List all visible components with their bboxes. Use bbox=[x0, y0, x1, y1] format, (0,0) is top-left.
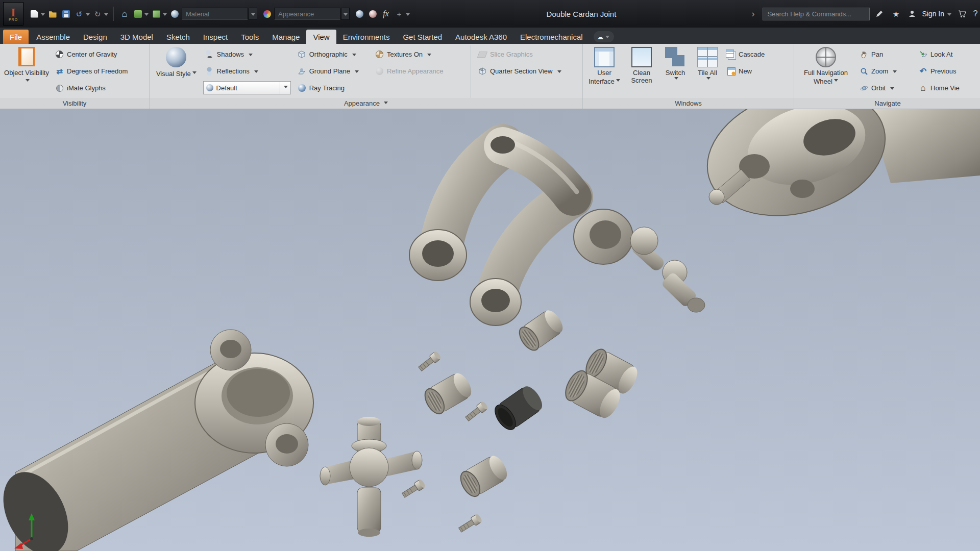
tab-get-started[interactable]: Get Started bbox=[396, 30, 449, 44]
tab-manage[interactable]: Manage bbox=[265, 30, 306, 44]
chevron-down-icon[interactable] bbox=[893, 70, 897, 75]
undo-button[interactable]: ↺ bbox=[72, 7, 86, 20]
full-navigation-wheel-button[interactable]: Full Navigation Wheel bbox=[797, 45, 854, 98]
tab-electromechanical[interactable]: Electromechanical bbox=[513, 30, 590, 44]
chevron-down-icon[interactable] bbox=[249, 54, 253, 58]
textures-on-button[interactable]: Textures On bbox=[373, 46, 465, 63]
material-ball-button[interactable] bbox=[260, 7, 274, 20]
chevron-down-icon[interactable] bbox=[834, 79, 838, 84]
viewport-3d-canvas[interactable] bbox=[0, 109, 980, 551]
appearance-combo[interactable]: Appearance bbox=[274, 8, 340, 20]
chevron-down-icon[interactable] bbox=[947, 13, 951, 18]
shadows-button[interactable]: Shadows bbox=[203, 46, 292, 63]
ground-plane-button[interactable]: Ground Plane bbox=[296, 63, 370, 80]
tab-autodesk-a360[interactable]: Autodesk A360 bbox=[449, 30, 513, 44]
material-combo-dropdown[interactable] bbox=[249, 8, 257, 20]
chevron-down-icon[interactable] bbox=[355, 70, 359, 75]
save-button[interactable] bbox=[59, 7, 72, 20]
tab-assemble[interactable]: Assemble bbox=[30, 30, 77, 44]
group-label-appearance[interactable]: Appearance bbox=[150, 98, 582, 109]
component-button[interactable] bbox=[150, 7, 163, 20]
user-interface-button[interactable]: User Interface bbox=[586, 45, 623, 98]
inventor-logo[interactable]: I PRO bbox=[3, 2, 23, 26]
visual-style-button[interactable]: Visual Style bbox=[153, 45, 200, 98]
look-at-button[interactable]: Look At bbox=[917, 46, 978, 63]
chevron-down-icon[interactable] bbox=[352, 54, 356, 58]
chevron-down-icon[interactable] bbox=[41, 13, 45, 18]
chevron-down-icon[interactable] bbox=[674, 77, 678, 82]
redo-button[interactable]: ↻ bbox=[91, 7, 104, 20]
chevron-down-icon[interactable] bbox=[427, 54, 431, 58]
ray-tracing-button[interactable]: Ray Tracing bbox=[296, 80, 370, 96]
titlebar-right-cluster: › ★ Sign In ? bbox=[746, 0, 980, 28]
appearance-combo-dropdown[interactable] bbox=[341, 8, 350, 20]
degrees-of-freedom-button[interactable]: ⇄ Degrees of Freedom bbox=[53, 63, 130, 80]
chevron-down-icon[interactable] bbox=[163, 13, 167, 18]
chevron-down-icon[interactable] bbox=[254, 70, 258, 75]
chevron-down-icon[interactable] bbox=[890, 87, 894, 92]
group-label-navigate[interactable]: Navigate bbox=[794, 98, 980, 109]
group-label-visibility[interactable]: Visibility bbox=[0, 98, 149, 109]
material-combo[interactable]: Material bbox=[182, 8, 248, 20]
chevron-down-icon[interactable] bbox=[557, 70, 561, 75]
chevron-down-icon[interactable] bbox=[104, 13, 108, 18]
orbit-button[interactable]: Orbit bbox=[857, 80, 914, 96]
degrees-of-freedom-icon: ⇄ bbox=[55, 67, 64, 76]
group-label-windows[interactable]: Windows bbox=[583, 98, 794, 109]
cascade-button[interactable]: Cascade bbox=[725, 46, 781, 63]
cascade-icon bbox=[727, 50, 736, 59]
home-view-ribbon-button[interactable]: ⌂ Home Vie bbox=[917, 80, 978, 96]
render-button[interactable] bbox=[131, 7, 144, 20]
new-window-button[interactable]: New bbox=[725, 63, 781, 80]
visual-style-combo[interactable]: Default bbox=[203, 81, 291, 94]
material-combo-value: Material bbox=[186, 10, 209, 18]
chevron-down-icon[interactable] bbox=[192, 71, 197, 76]
pan-button[interactable]: Pan bbox=[857, 46, 914, 63]
visual-style-combo-dropdown[interactable] bbox=[280, 82, 288, 94]
reflections-button[interactable]: Reflections bbox=[203, 63, 292, 80]
chevron-down-icon[interactable] bbox=[706, 77, 710, 82]
tile-all-button[interactable]: Tile All bbox=[693, 45, 722, 98]
center-of-gravity-button[interactable]: Center of Gravity bbox=[53, 46, 130, 63]
clear-appearance-button[interactable] bbox=[366, 7, 379, 20]
pen-icon[interactable] bbox=[873, 7, 886, 20]
tab-tools[interactable]: Tools bbox=[234, 30, 265, 44]
switch-windows-button[interactable]: Switch bbox=[660, 45, 690, 98]
imate-glyphs-button[interactable]: iMate Glyphs bbox=[53, 80, 130, 96]
chevron-down-icon[interactable] bbox=[86, 13, 90, 18]
sign-in-button[interactable]: Sign In bbox=[922, 10, 944, 18]
appearance-sphere-button[interactable] bbox=[168, 7, 181, 20]
tab-3d-model[interactable]: 3D Model bbox=[114, 30, 160, 44]
parameters-button[interactable]: fx bbox=[379, 7, 393, 20]
favorites-star-icon[interactable]: ★ bbox=[889, 7, 902, 20]
search-input[interactable] bbox=[763, 8, 870, 20]
tab-file[interactable]: File bbox=[3, 30, 29, 44]
object-visibility-button[interactable]: Object Visibility bbox=[3, 45, 50, 98]
panel-separator bbox=[471, 45, 471, 98]
quarter-section-view-button[interactable]: Quarter Section View bbox=[476, 63, 579, 80]
adjust-appearance-button[interactable] bbox=[353, 7, 366, 20]
zoom-button[interactable]: Zoom bbox=[857, 63, 914, 80]
tab-sketch[interactable]: Sketch bbox=[160, 30, 197, 44]
open-button[interactable] bbox=[46, 7, 59, 20]
a360-cloud-button[interactable]: ☁ bbox=[594, 31, 614, 42]
chevron-down-icon[interactable] bbox=[26, 79, 30, 84]
chevron-down-icon[interactable] bbox=[616, 79, 620, 84]
tab-environments[interactable]: Environments bbox=[336, 30, 397, 44]
clean-screen-button[interactable]: Clean Screen bbox=[626, 45, 657, 98]
viewport[interactable] bbox=[0, 109, 980, 551]
person-icon[interactable] bbox=[905, 7, 919, 20]
expand-arrow-icon[interactable]: › bbox=[746, 7, 760, 20]
tab-view[interactable]: View bbox=[306, 30, 336, 44]
add-quick-access-button[interactable]: + bbox=[393, 7, 406, 20]
orthographic-button[interactable]: Orthographic bbox=[296, 46, 370, 63]
help-icon[interactable]: ? bbox=[972, 7, 979, 20]
chevron-down-icon[interactable] bbox=[144, 13, 149, 18]
home-view-button[interactable]: ⌂ bbox=[118, 7, 131, 20]
new-file-button[interactable] bbox=[28, 7, 41, 20]
cart-icon[interactable] bbox=[955, 7, 969, 20]
tab-design[interactable]: Design bbox=[77, 30, 114, 44]
tab-inspect[interactable]: Inspect bbox=[197, 30, 234, 44]
chevron-down-icon[interactable] bbox=[406, 13, 410, 18]
previous-view-button[interactable]: ↶ Previous bbox=[917, 63, 978, 80]
